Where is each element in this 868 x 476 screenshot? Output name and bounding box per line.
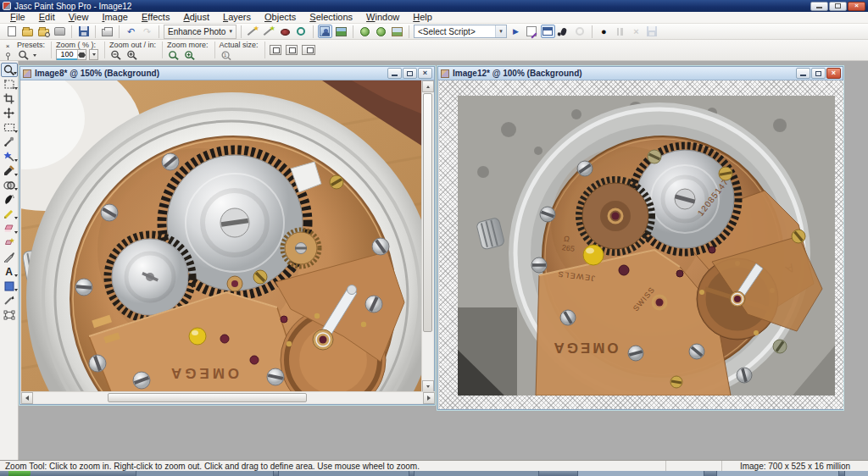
left-canvas[interactable]: OMEGA xyxy=(21,80,423,392)
menu-edit[interactable]: Edit xyxy=(32,12,62,23)
chevron-down-icon[interactable] xyxy=(33,54,36,57)
smart-photo-fix-button[interactable]: ★ xyxy=(262,25,276,38)
palette-pin-button[interactable] xyxy=(3,50,13,58)
makeover-button[interactable] xyxy=(294,25,309,38)
left-close-button[interactable]: × xyxy=(418,68,432,79)
scan-button[interactable] xyxy=(53,25,67,38)
menu-image[interactable]: Image xyxy=(95,12,135,23)
taskbar-button[interactable] xyxy=(136,471,274,476)
redo-button[interactable]: ↷ xyxy=(140,25,154,38)
tool-crop[interactable] xyxy=(1,91,18,106)
taskbar-tray[interactable] xyxy=(844,471,868,476)
restore-button[interactable] xyxy=(829,2,847,11)
right-canvas[interactable]: 12085147 Ω 265 JEWELS SWISS OMEGA A xyxy=(439,80,843,409)
tool-preset-shapes[interactable] xyxy=(1,279,18,293)
tool-text[interactable]: A xyxy=(1,264,18,279)
tool-clone-brush[interactable] xyxy=(1,178,18,192)
menu-help[interactable]: Help xyxy=(406,12,439,23)
left-horizontal-scrollbar[interactable] xyxy=(21,391,435,403)
start-button[interactable] xyxy=(8,471,31,476)
presets-button[interactable] xyxy=(17,49,31,61)
tool-airbrush[interactable] xyxy=(1,192,18,207)
save-button[interactable] xyxy=(76,25,91,38)
trace-script-button[interactable] xyxy=(557,25,571,38)
windows-taskbar[interactable] xyxy=(0,471,868,476)
fit-to-image-button[interactable] xyxy=(270,45,281,55)
zoom-more-in-button[interactable] xyxy=(183,49,197,61)
left-vertical-scrollbar[interactable] xyxy=(421,80,433,392)
menu-file[interactable]: File xyxy=(3,12,32,23)
edit-script-button[interactable] xyxy=(525,25,539,38)
app-titlebar[interactable]: Jasc Paint Shop Pro - Image12 × xyxy=(0,0,868,12)
stop-script-button[interactable] xyxy=(573,25,587,38)
green-adjust-2-button[interactable] xyxy=(374,25,388,38)
full-screen-button[interactable] xyxy=(302,45,315,55)
save-recording-button[interactable] xyxy=(645,25,659,38)
palette-close-button[interactable]: × xyxy=(3,42,13,50)
tool-deform[interactable] xyxy=(1,77,18,91)
minimize-button[interactable] xyxy=(810,2,828,11)
left-minimize-button[interactable] xyxy=(387,68,402,79)
green-adjust-1-button[interactable] xyxy=(358,25,372,38)
right-maximize-button[interactable] xyxy=(811,68,826,79)
tool-paint-brush[interactable] xyxy=(1,163,18,178)
record-icon: ● xyxy=(601,27,607,36)
landscape-mode-button[interactable] xyxy=(334,25,348,38)
menu-adjust[interactable]: Adjust xyxy=(176,12,216,23)
actual-size-button[interactable]: 1 xyxy=(220,49,233,61)
right-minimize-button[interactable] xyxy=(796,68,810,79)
tool-zoom[interactable] xyxy=(1,63,18,77)
menu-window[interactable]: Window xyxy=(359,12,406,23)
tool-eraser[interactable] xyxy=(1,221,18,235)
left-window-titlebar[interactable]: Image8* @ 150% (Background) × xyxy=(20,67,434,80)
tool-move[interactable] xyxy=(1,106,18,120)
tool-background-eraser[interactable] xyxy=(1,235,18,250)
toggle-script-execution-button[interactable] xyxy=(541,25,555,38)
select-script-combo[interactable]: <Select Script> ▾ xyxy=(414,25,507,38)
new-button[interactable] xyxy=(4,25,19,38)
portrait-mode-button[interactable] xyxy=(318,25,332,38)
menu-effects[interactable]: Effects xyxy=(135,12,176,23)
tool-magic-wand[interactable] xyxy=(1,149,18,163)
browse-button[interactable] xyxy=(36,25,51,38)
open-button[interactable] xyxy=(20,25,35,38)
tool-dropper[interactable] xyxy=(1,135,18,149)
start-recording-button[interactable]: ● xyxy=(597,25,611,38)
taskbar-button[interactable] xyxy=(716,471,839,476)
zoom-dropdown-button[interactable] xyxy=(89,49,98,60)
zoom-out-button[interactable] xyxy=(109,49,123,61)
one-step-photo-fix-button[interactable]: ★ xyxy=(246,25,260,38)
close-button[interactable]: × xyxy=(848,2,865,11)
red-eye-removal-button[interactable] xyxy=(278,25,292,38)
tool-object-selector[interactable] xyxy=(1,307,18,322)
zoom-in-button[interactable] xyxy=(125,49,139,61)
photo-adjust-button[interactable] xyxy=(390,25,404,38)
left-maximize-button[interactable] xyxy=(403,68,417,79)
right-window-titlebar[interactable]: Image12* @ 100% (Background) × xyxy=(438,67,843,80)
horizontal-scroll-thumb[interactable] xyxy=(108,393,307,402)
spin-down-button[interactable] xyxy=(78,55,86,60)
vertical-scroll-thumb[interactable] xyxy=(423,93,432,332)
menu-view[interactable]: View xyxy=(62,12,96,23)
right-close-button[interactable]: × xyxy=(826,68,841,79)
print-button[interactable] xyxy=(100,25,114,38)
menu-objects[interactable]: Objects xyxy=(258,12,303,23)
run-script-button[interactable]: ▶ xyxy=(509,25,523,38)
tool-scratch-remover[interactable] xyxy=(1,250,18,264)
undo-button[interactable]: ↶ xyxy=(124,25,138,38)
menu-selections[interactable]: Selections xyxy=(303,12,359,23)
zoom-more-out-button[interactable] xyxy=(167,49,181,61)
enhance-photo-button[interactable]: Enhance Photo ▾ xyxy=(164,25,236,39)
menu-layers[interactable]: Layers xyxy=(216,12,258,23)
tool-lighten-darken[interactable] xyxy=(1,207,18,221)
fit-to-window-button[interactable] xyxy=(286,45,298,55)
cancel-recording-button[interactable]: × xyxy=(629,25,643,38)
tool-selection[interactable] xyxy=(1,120,18,135)
zoom-percent-spinner[interactable]: 100 xyxy=(56,49,86,60)
tool-pen[interactable] xyxy=(1,293,18,307)
pause-recording-button[interactable] xyxy=(613,25,627,38)
taskbar-button[interactable] xyxy=(577,471,704,476)
taskbar-button[interactable] xyxy=(278,471,409,476)
taskbar-button[interactable] xyxy=(414,471,539,476)
zoom-percent-value[interactable]: 100 xyxy=(57,50,77,60)
